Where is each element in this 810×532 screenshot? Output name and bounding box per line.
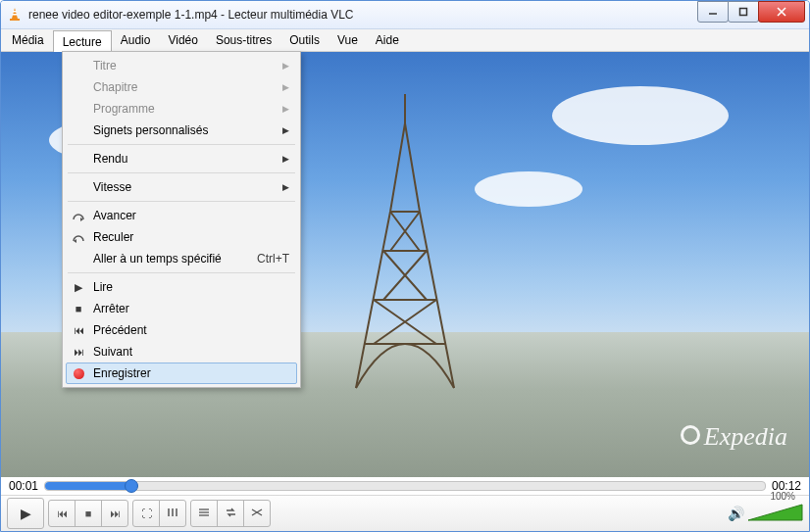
menuitem-titre[interactable]: Titre▶ — [66, 55, 297, 76]
next-icon: ⏭ — [110, 508, 121, 519]
seek-bar-row: 00:01 00:12 — [1, 477, 809, 495]
menu-lecture[interactable]: Lecture — [53, 30, 112, 52]
maximize-button[interactable] — [728, 1, 759, 23]
chevron-right-icon: ▶ — [282, 154, 289, 164]
lecture-dropdown: Titre▶ Chapitre▶ Programme▶ Signets pers… — [62, 51, 301, 388]
menu-aide[interactable]: Aide — [367, 29, 408, 51]
stop-icon: ■ — [70, 303, 87, 314]
expedia-logo-icon — [681, 425, 700, 445]
menuitem-chapitre[interactable]: Chapitre▶ — [66, 76, 297, 98]
view-group: ⛶ — [132, 500, 186, 527]
svg-rect-2 — [13, 11, 17, 13]
menu-separator — [68, 144, 295, 145]
playlist-button[interactable] — [190, 500, 218, 527]
menuitem-precedent[interactable]: ⏮Précédent — [66, 319, 297, 341]
fullscreen-icon: ⛶ — [141, 508, 152, 519]
chevron-right-icon: ▶ — [282, 104, 289, 114]
app-window: renee video editor-exemple 1-1.mp4 - Lec… — [0, 0, 810, 532]
menu-vue[interactable]: Vue — [329, 29, 367, 51]
expedia-watermark: Expedia — [681, 422, 787, 452]
menuitem-rendu[interactable]: Rendu▶ — [66, 148, 297, 169]
time-current: 00:01 — [9, 479, 38, 493]
menu-video[interactable]: Vidéo — [159, 29, 206, 51]
menuitem-suivant[interactable]: ⏭Suivant — [66, 341, 297, 363]
menuitem-lire[interactable]: ▶Lire — [66, 276, 297, 298]
previous-icon: ⏮ — [57, 508, 68, 519]
play-icon: ▶ — [21, 506, 31, 521]
stop-button[interactable]: ■ — [75, 500, 102, 527]
chevron-right-icon: ▶ — [282, 82, 289, 92]
svg-marker-17 — [748, 505, 802, 520]
play-button[interactable]: ▶ — [7, 498, 44, 529]
vlc-cone-icon — [7, 7, 23, 23]
controls-bar: ▶ ⏮ ■ ⏭ ⛶ 🔊 100% — [1, 495, 809, 531]
menuitem-vitesse[interactable]: Vitesse▶ — [66, 176, 297, 198]
next-icon: ⏭ — [70, 346, 87, 358]
playlist-group — [190, 500, 271, 527]
cloud-icon — [552, 86, 729, 145]
menuitem-arreter[interactable]: ■Arrêter — [66, 298, 297, 319]
svg-marker-0 — [12, 8, 18, 19]
cloud-icon — [475, 171, 582, 207]
menu-separator — [68, 172, 295, 173]
svg-rect-1 — [10, 19, 20, 21]
svg-rect-5 — [740, 9, 747, 16]
volume-label: 100% — [770, 491, 795, 502]
loop-icon — [225, 507, 237, 520]
jump-backward-icon — [70, 231, 87, 243]
menu-separator — [68, 272, 295, 273]
titlebar: renee video editor-exemple 1-1.mp4 - Lec… — [1, 1, 809, 29]
previous-button[interactable]: ⏮ — [48, 500, 76, 527]
seek-track[interactable] — [44, 481, 766, 491]
loop-button[interactable] — [217, 500, 244, 527]
menu-soustitres[interactable]: Sous-titres — [207, 29, 280, 51]
chevron-right-icon: ▶ — [282, 182, 289, 192]
minimize-button[interactable] — [697, 1, 729, 23]
equalizer-icon — [167, 507, 178, 520]
eiffel-tower — [336, 94, 474, 398]
record-icon — [70, 368, 87, 379]
volume-slider[interactable] — [748, 504, 803, 521]
window-title: renee video editor-exemple 1-1.mp4 - Lec… — [28, 8, 698, 22]
fullscreen-button[interactable]: ⛶ — [132, 500, 160, 527]
menuitem-reculer[interactable]: Reculer — [66, 226, 297, 248]
menuitem-signets[interactable]: Signets personnalisés▶ — [66, 120, 297, 141]
extended-settings-button[interactable] — [159, 500, 186, 527]
window-buttons — [698, 1, 805, 23]
seek-knob[interactable] — [125, 479, 138, 493]
seek-fill — [45, 482, 131, 490]
menu-separator — [68, 201, 295, 202]
menuitem-avancer[interactable]: Avancer — [66, 205, 297, 226]
shuffle-icon — [251, 507, 264, 520]
play-icon: ▶ — [70, 281, 87, 294]
hotkey-label: Ctrl+T — [257, 252, 289, 266]
chevron-right-icon: ▶ — [282, 61, 289, 71]
watermark-text: Expedia — [704, 422, 787, 451]
menu-media[interactable]: Média — [3, 29, 53, 51]
transport-group: ⏮ ■ ⏭ — [48, 500, 128, 527]
close-button[interactable] — [758, 1, 805, 23]
jump-forward-icon — [70, 210, 87, 221]
menubar: Média Lecture Audio Vidéo Sous-titres Ou… — [1, 29, 809, 52]
chevron-right-icon: ▶ — [282, 125, 289, 135]
shuffle-button[interactable] — [243, 500, 271, 527]
menuitem-aller-temps[interactable]: Aller à un temps spécifiéCtrl+T — [66, 248, 297, 269]
speaker-icon[interactable]: 🔊 — [728, 506, 744, 521]
stop-icon: ■ — [85, 508, 92, 519]
menuitem-enregistrer[interactable]: Enregistrer — [66, 363, 297, 384]
svg-rect-3 — [13, 14, 18, 16]
next-button[interactable]: ⏭ — [101, 500, 128, 527]
menu-outils[interactable]: Outils — [280, 29, 329, 51]
menu-audio[interactable]: Audio — [112, 29, 160, 51]
menuitem-programme[interactable]: Programme▶ — [66, 98, 297, 120]
previous-icon: ⏮ — [70, 324, 87, 336]
playlist-icon — [198, 507, 210, 520]
